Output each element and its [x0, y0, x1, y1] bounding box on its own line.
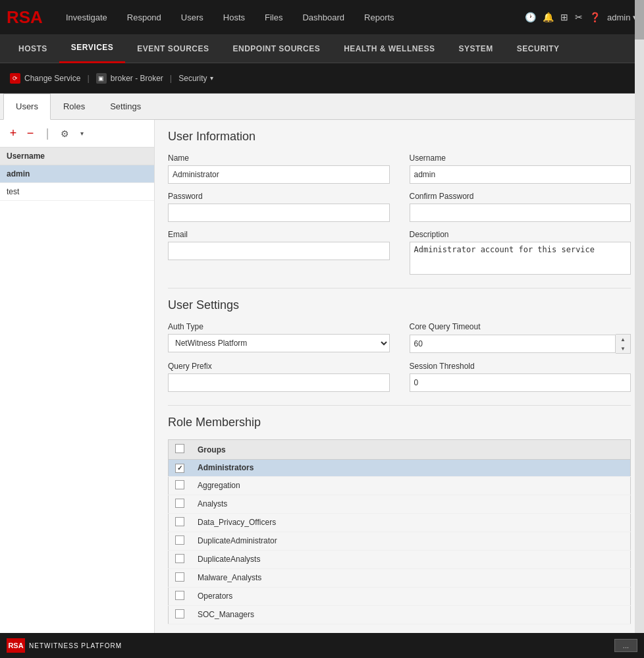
session-threshold-input[interactable]	[410, 373, 631, 392]
email-input[interactable]	[168, 242, 390, 260]
auth-type-select[interactable]: NetWitness PlatformLDAPRADIUS	[168, 334, 390, 352]
second-navigation: HOSTS SERVICES EVENT SOURCES ENDPOINT SO…	[0, 34, 644, 63]
table-row[interactable]: ✓ Administrators	[169, 460, 631, 477]
nav-users[interactable]: Users	[171, 0, 213, 34]
security-caret-icon: ▾	[210, 74, 213, 82]
table-row[interactable]: DuplicateAnalysts	[169, 550, 631, 568]
role-checkbox[interactable]	[175, 499, 184, 508]
description-input[interactable]: Administrator account for this service	[410, 242, 631, 275]
password-label: Password	[168, 192, 390, 201]
username-input[interactable]	[410, 165, 631, 184]
row-checkbox-cell	[169, 476, 192, 495]
table-row[interactable]: SOC_Managers	[169, 605, 631, 624]
role-name-cell: Analysts	[191, 495, 631, 513]
sub-tabs: Users Roles Settings	[0, 94, 644, 120]
username-field-group: Username	[410, 153, 631, 184]
user-settings-title: User Settings	[168, 298, 631, 312]
right-panel: User Information Name Username Password …	[155, 120, 644, 658]
row-checkbox-cell	[169, 495, 192, 513]
user-item-admin[interactable]: admin	[0, 165, 154, 183]
row-checkbox-cell	[169, 605, 192, 624]
table-row[interactable]: Operators	[169, 587, 631, 605]
security-breadcrumb[interactable]: Security ▾	[178, 74, 213, 83]
role-checkbox[interactable]	[175, 480, 184, 489]
main-content: + − | ⚙ ▾ Username admin test User Infor…	[0, 120, 644, 658]
role-name-cell: Data_Privacy_Officers	[191, 513, 631, 532]
change-service-breadcrumb[interactable]: ⟳ Change Service	[10, 73, 80, 84]
role-name-cell: Administrators	[191, 460, 631, 477]
nav-reports[interactable]: Reports	[354, 0, 404, 34]
add-user-button[interactable]: +	[7, 127, 20, 140]
password-input[interactable]	[168, 204, 390, 222]
nav-files[interactable]: Files	[255, 0, 292, 34]
role-membership-table: Groups ✓ Administrators Aggregation Anal…	[168, 439, 631, 624]
nav-hosts[interactable]: Hosts	[213, 0, 255, 34]
bell-icon[interactable]: 🔔	[543, 12, 554, 22]
role-checkbox[interactable]	[175, 517, 184, 526]
admin-dropdown[interactable]: admin ▾	[607, 13, 637, 22]
description-label: Description	[410, 230, 631, 239]
table-row[interactable]: Analysts	[169, 495, 631, 513]
broker-label: broker - Broker	[111, 74, 163, 83]
nav-investigate[interactable]: Investigate	[56, 0, 117, 34]
nav-endpoint-sources-tab[interactable]: ENDPOINT SOURCES	[221, 34, 333, 63]
help-icon[interactable]: ❓	[589, 12, 601, 22]
nav-hosts-tab[interactable]: HOSTS	[7, 34, 59, 63]
sidebar-toolbar: + − | ⚙ ▾	[0, 120, 154, 148]
tab-users[interactable]: Users	[3, 94, 51, 120]
bottom-action-button[interactable]: ...	[614, 639, 637, 652]
nav-dashboard[interactable]: Dashboard	[292, 0, 354, 34]
user-item-test[interactable]: test	[0, 183, 154, 201]
role-checkbox[interactable]	[175, 609, 184, 618]
nav-respond[interactable]: Respond	[117, 0, 171, 34]
rsa-logo: RSA	[7, 7, 43, 28]
tab-roles[interactable]: Roles	[51, 94, 97, 120]
role-name-cell: SOC_Managers	[191, 605, 631, 624]
row-checkbox-cell	[169, 568, 192, 587]
role-checkbox[interactable]	[175, 554, 184, 563]
auth-type-field-group: Auth Type NetWitness PlatformLDAPRADIUS	[168, 322, 390, 354]
logo-text: RSA	[7, 7, 43, 28]
scrollbar-thumb[interactable]	[635, 0, 644, 40]
spinner-down-button[interactable]: ▼	[616, 344, 630, 353]
confirm-password-input[interactable]	[410, 204, 631, 222]
core-query-timeout-input[interactable]	[410, 335, 616, 353]
role-checkbox[interactable]	[175, 535, 184, 545]
scrollbar-track[interactable]	[635, 0, 644, 658]
row-checkbox-cell	[169, 550, 192, 568]
query-prefix-field-group: Query Prefix	[168, 362, 390, 392]
role-checkbox[interactable]	[175, 591, 184, 600]
nav-health-wellness-tab[interactable]: HEALTH & WELLNESS	[332, 34, 446, 63]
table-row[interactable]: DuplicateAdministrator	[169, 532, 631, 550]
role-name-cell: Operators	[191, 587, 631, 605]
nav-system-tab[interactable]: SYSTEM	[446, 34, 504, 63]
breadcrumb-sep-1: |	[87, 73, 89, 83]
table-row[interactable]: Malware_Analysts	[169, 568, 631, 587]
role-checkbox[interactable]: ✓	[175, 464, 184, 473]
grid-icon[interactable]: ⊞	[560, 12, 568, 22]
core-query-timeout-label: Core Query Timeout	[410, 322, 631, 331]
nav-security-tab[interactable]: SECURITY	[505, 34, 572, 63]
broker-breadcrumb[interactable]: ▣ broker - Broker	[96, 73, 163, 84]
row-checkbox-cell: ✓	[169, 460, 192, 477]
nav-services-tab[interactable]: SERVICES	[59, 34, 125, 63]
role-table-body: ✓ Administrators Aggregation Analysts Da…	[169, 460, 631, 624]
name-input[interactable]	[168, 165, 390, 184]
nav-event-sources-tab[interactable]: EVENT SOURCES	[125, 34, 221, 63]
query-prefix-label: Query Prefix	[168, 362, 390, 371]
query-prefix-input[interactable]	[168, 373, 390, 392]
bottom-right: ...	[614, 639, 637, 652]
role-checkbox[interactable]	[175, 572, 184, 582]
password-field-group: Password	[168, 192, 390, 222]
spinner-up-button[interactable]: ▲	[616, 335, 630, 344]
clock-icon[interactable]: 🕐	[525, 12, 536, 22]
gear-icon[interactable]: ⚙	[58, 127, 71, 140]
table-row[interactable]: Data_Privacy_Officers	[169, 513, 631, 532]
remove-user-button[interactable]: −	[24, 127, 37, 140]
table-row[interactable]: Aggregation	[169, 476, 631, 495]
header-checkbox[interactable]	[175, 444, 184, 453]
settings-icon[interactable]: ✂	[575, 12, 583, 22]
security-label: Security	[178, 74, 207, 83]
tab-settings[interactable]: Settings	[97, 94, 153, 120]
caret-down-icon[interactable]: ▾	[75, 127, 88, 140]
